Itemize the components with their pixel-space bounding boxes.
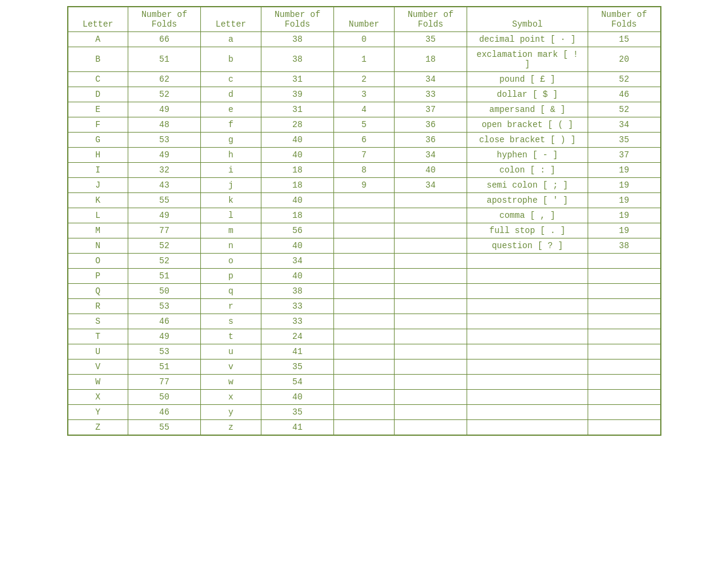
lowercase-folds: 24: [261, 329, 334, 344]
number-folds: [395, 314, 467, 329]
uppercase-folds: 50: [128, 390, 201, 405]
number-value: 4: [334, 102, 395, 117]
uppercase-folds: 32: [128, 163, 201, 178]
uppercase-folds: 49: [128, 148, 201, 163]
number-folds: 34: [395, 72, 467, 87]
lowercase-folds: 40: [261, 133, 334, 148]
number-value: [334, 269, 395, 284]
lowercase-folds: 35: [261, 360, 334, 375]
header-symbol-folds: Number ofFolds: [588, 7, 661, 32]
number-value: 5: [334, 117, 395, 133]
lowercase-letter: u: [201, 344, 261, 360]
symbol-name: close bracket [ ) ]: [467, 133, 588, 148]
number-folds: 33: [395, 87, 467, 102]
symbol-folds: [588, 314, 661, 329]
lowercase-letter: e: [201, 102, 261, 117]
lowercase-letter: r: [201, 299, 261, 314]
lowercase-letter: s: [201, 314, 261, 329]
number-value: [334, 375, 395, 390]
number-folds: [395, 329, 467, 344]
lowercase-letter: z: [201, 420, 261, 436]
uppercase-folds: 49: [128, 208, 201, 223]
number-folds: 36: [395, 117, 467, 133]
symbol-folds: 38: [588, 238, 661, 254]
number-folds: [395, 360, 467, 375]
uppercase-letter: W: [68, 375, 128, 390]
number-value: [334, 284, 395, 299]
header-uppercase-folds: Number ofFolds: [128, 7, 201, 32]
lowercase-letter: b: [201, 47, 261, 72]
uppercase-folds: 51: [128, 47, 201, 72]
lowercase-letter: v: [201, 360, 261, 375]
lowercase-letter: h: [201, 148, 261, 163]
lowercase-letter: c: [201, 72, 261, 87]
number-folds: 37: [395, 102, 467, 117]
lowercase-letter: d: [201, 87, 261, 102]
symbol-folds: 35: [588, 133, 661, 148]
symbol-folds: 20: [588, 47, 661, 72]
uppercase-folds: 50: [128, 284, 201, 299]
number-value: [334, 223, 395, 238]
number-folds: [395, 269, 467, 284]
symbol-folds: [588, 299, 661, 314]
uppercase-letter: K: [68, 193, 128, 208]
uppercase-letter: F: [68, 117, 128, 133]
lowercase-folds: 34: [261, 254, 334, 269]
symbol-name: [467, 269, 588, 284]
symbol-name: semi colon [ ; ]: [467, 178, 588, 193]
number-value: [334, 329, 395, 344]
symbol-name: [467, 254, 588, 269]
lowercase-folds: 40: [261, 193, 334, 208]
number-folds: 36: [395, 133, 467, 148]
uppercase-folds: 51: [128, 269, 201, 284]
header-uppercase-letter: Letter: [68, 7, 128, 32]
lowercase-folds: 18: [261, 163, 334, 178]
lowercase-letter: m: [201, 223, 261, 238]
symbol-name: [467, 405, 588, 420]
lowercase-folds: 54: [261, 375, 334, 390]
number-folds: [395, 405, 467, 420]
number-folds: [395, 375, 467, 390]
symbol-folds: [588, 284, 661, 299]
lowercase-folds: 41: [261, 420, 334, 436]
lowercase-letter: w: [201, 375, 261, 390]
lowercase-folds: 56: [261, 223, 334, 238]
header-symbol: Symbol: [467, 7, 588, 32]
uppercase-folds: 51: [128, 360, 201, 375]
symbol-name: [467, 299, 588, 314]
number-folds: 35: [395, 32, 467, 47]
lowercase-letter: k: [201, 193, 261, 208]
number-folds: 40: [395, 163, 467, 178]
uppercase-folds: 49: [128, 102, 201, 117]
symbol-name: ampersand [ & ]: [467, 102, 588, 117]
symbol-name: question [ ? ]: [467, 238, 588, 254]
uppercase-letter: N: [68, 238, 128, 254]
uppercase-folds: 52: [128, 254, 201, 269]
uppercase-folds: 62: [128, 72, 201, 87]
lowercase-folds: 35: [261, 405, 334, 420]
symbol-folds: 19: [588, 193, 661, 208]
uppercase-folds: 55: [128, 193, 201, 208]
number-folds: [395, 344, 467, 360]
lowercase-letter: j: [201, 178, 261, 193]
uppercase-folds: 46: [128, 405, 201, 420]
lowercase-folds: 33: [261, 314, 334, 329]
lowercase-letter: o: [201, 254, 261, 269]
lowercase-folds: 18: [261, 178, 334, 193]
uppercase-folds: 52: [128, 238, 201, 254]
symbol-folds: 37: [588, 148, 661, 163]
symbol-name: open bracket [ ( ]: [467, 117, 588, 133]
uppercase-folds: 55: [128, 420, 201, 436]
uppercase-folds: 49: [128, 329, 201, 344]
header-number-folds: Number ofFolds: [395, 7, 467, 32]
uppercase-folds: 53: [128, 299, 201, 314]
symbol-name: full stop [ . ]: [467, 223, 588, 238]
uppercase-folds: 46: [128, 314, 201, 329]
symbol-name: [467, 360, 588, 375]
number-value: 8: [334, 163, 395, 178]
lowercase-folds: 40: [261, 148, 334, 163]
uppercase-letter: I: [68, 163, 128, 178]
lowercase-folds: 39: [261, 87, 334, 102]
number-value: 0: [334, 32, 395, 47]
uppercase-folds: 48: [128, 117, 201, 133]
